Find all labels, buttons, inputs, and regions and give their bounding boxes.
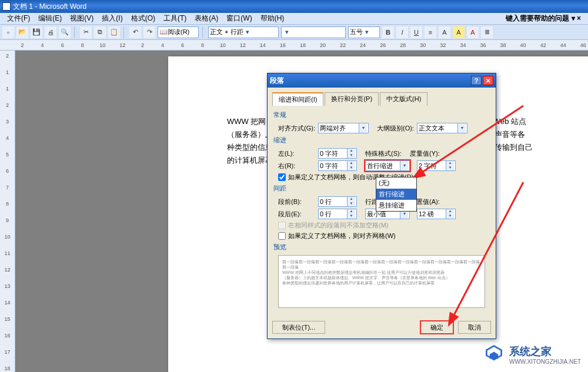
tab-indent-spacing[interactable]: 缩进和间距(I) (272, 92, 323, 106)
dialog-titlebar[interactable]: 段落 ? ✕ (268, 73, 496, 88)
separator (202, 26, 205, 38)
menu-tools[interactable]: 工具(T) (160, 12, 190, 25)
dropdown-option-hanging[interactable]: 悬挂缩进 (376, 200, 416, 211)
font-color-icon[interactable]: A (467, 26, 479, 38)
paste-icon[interactable]: 📋 (108, 26, 120, 38)
label-before: 段前(B): (278, 197, 316, 206)
alignment-combo[interactable]: 两端对齐▾ (318, 123, 369, 133)
space-before-spinner[interactable]: ▲▼ (318, 196, 357, 207)
vertical-ruler[interactable]: 21123456789101112131415161718192021 (0, 51, 15, 372)
close-icon[interactable]: ✕ (483, 76, 493, 85)
help-question[interactable]: 键入需要帮助的问题 ▾ × (502, 12, 584, 25)
bold-icon[interactable]: B (382, 26, 394, 38)
menu-window[interactable]: 窗口(W) (223, 12, 255, 25)
separator (74, 26, 76, 38)
doc-text: WWW 把网 (227, 117, 266, 126)
watermark-url: WWW.XITONGZHIJIA.NET (509, 358, 581, 365)
separator (123, 26, 126, 38)
section-preview: 预览 (273, 243, 491, 252)
menubar: 文件(F) 编辑(E) 视图(V) 插入(I) 格式(O) 工具(T) 表格(A… (0, 13, 588, 25)
italic-icon[interactable]: I (396, 26, 408, 38)
menu-file[interactable]: 文件(F) (4, 12, 34, 25)
label-by: 度量值(Y): (410, 149, 444, 158)
save-icon[interactable]: 💾 (31, 26, 42, 38)
horizontal-ruler[interactable]: 2468101224681012141618202224262830323436… (0, 40, 588, 51)
label-special: 特殊格式(S): (365, 149, 403, 158)
at-spinner[interactable]: ▲▼ (417, 209, 456, 219)
underline-icon[interactable]: U (410, 26, 422, 38)
cut-icon[interactable]: ✂ (80, 26, 92, 38)
print-icon[interactable]: 🖨 (45, 26, 56, 38)
window-titlebar: 文档 1 - Microsoft Word (0, 0, 588, 13)
preview-box: 前一段落前一段落前一段落前一段落前一段落前一段落前一段落前一段落前一段落前一段落… (278, 255, 485, 308)
label-after: 段后(E): (278, 210, 316, 219)
fontsize-combo[interactable]: 五号▾ (348, 26, 380, 38)
dropdown-option-none[interactable]: (无) (376, 177, 416, 189)
font-combo[interactable]: ▾ (281, 26, 346, 38)
dropdown-option-firstline[interactable]: 首行缩进 (376, 189, 416, 200)
tabs-button[interactable]: 制表位(T)... (272, 321, 325, 334)
chk-nospace-same (278, 222, 286, 229)
menu-insert[interactable]: 插入(I) (98, 12, 126, 25)
standard-toolbar: ▫ 📂 💾 🖨 🔍 ✂ ⧉ 📋 ↶ ↷ 📖 阅读(R) 正文 + 行距▾ ▾ 五… (0, 25, 588, 40)
menu-format[interactable]: 格式(O) (128, 12, 159, 25)
chk-snap-grid[interactable] (278, 232, 286, 240)
redo-icon[interactable]: ↷ (143, 26, 155, 38)
open-icon[interactable]: 📂 (16, 26, 28, 38)
space-after-spinner[interactable]: ▲▼ (318, 209, 357, 219)
copy-icon[interactable]: ⧉ (94, 26, 106, 38)
dialog-title: 段落 (270, 76, 284, 86)
help-icon[interactable]: ? (471, 76, 482, 85)
outline-combo[interactable]: 正文文本▾ (417, 123, 467, 133)
menu-help[interactable]: 帮助(H) (257, 12, 288, 25)
indent-right-spinner[interactable]: ▲▼ (318, 160, 357, 171)
label-left: 左(L): (278, 149, 316, 158)
indent-left-spinner[interactable]: ▲▼ (318, 148, 357, 159)
section-indent: 缩进 (273, 136, 491, 145)
app-icon (2, 2, 11, 11)
align-left-icon[interactable]: ≡ (425, 26, 436, 38)
highlight-icon[interactable]: A (453, 26, 465, 38)
special-format-dropdown[interactable]: (无) 首行缩进 悬挂缩进 (376, 177, 417, 212)
logo-icon (483, 344, 505, 365)
tab-asian[interactable]: 中文版式(H) (380, 92, 427, 106)
watermark: 系统之家 WWW.XITONGZHIJIA.NET (483, 344, 581, 365)
window-title: 文档 1 - Microsoft Word (13, 2, 86, 12)
doc-text: （服务器）上 (227, 130, 273, 139)
menu-table[interactable]: 表格(A) (191, 12, 222, 25)
label-right: 右(R): (278, 162, 316, 170)
menu-view[interactable]: 视图(V) (66, 12, 97, 25)
cancel-button[interactable]: 取消 (458, 321, 491, 334)
align-justify-icon[interactable]: ≣ (481, 26, 493, 38)
ok-button[interactable]: 确定 (420, 321, 453, 334)
undo-icon[interactable]: ↶ (129, 26, 141, 38)
style-combo[interactable]: 正文 + 行距▾ (208, 26, 279, 38)
doc-text: 种类型的信息 (227, 143, 273, 152)
label-outline: 大纲级别(O): (377, 124, 415, 133)
tab-line-page[interactable]: 换行和分页(P) (325, 92, 379, 106)
watermark-name: 系统之家 (509, 344, 581, 358)
preview-icon[interactable]: 🔍 (59, 26, 71, 38)
new-doc-icon[interactable]: ▫ (2, 26, 14, 38)
read-mode-button[interactable]: 📖 阅读(R) (158, 26, 199, 38)
indent-by-spinner[interactable]: ▲▼ (417, 160, 456, 171)
chk-auto-indent[interactable] (278, 173, 286, 181)
border-icon[interactable]: A (439, 26, 450, 38)
menu-edit[interactable]: 编辑(E) (35, 12, 65, 25)
section-general: 常规 (273, 110, 491, 119)
label-alignment: 对齐方式(G): (278, 124, 316, 133)
special-format-combo[interactable]: 首行缩进▾ (365, 160, 410, 171)
